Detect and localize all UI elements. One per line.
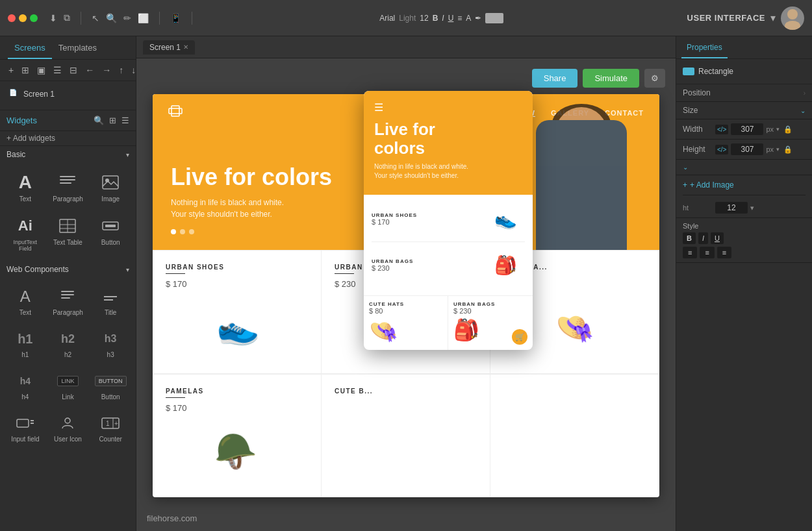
- prop-size-row[interactable]: Size ⌄: [676, 102, 812, 119]
- close-dot[interactable]: [8, 14, 16, 22]
- web-components-section-header[interactable]: Web Components ▾: [0, 261, 136, 278]
- save-icon[interactable]: ⬇: [49, 13, 57, 23]
- height-lock-icon[interactable]: 🔒: [783, 145, 793, 154]
- tab-templates[interactable]: Templates: [52, 36, 103, 59]
- width-label: Width: [683, 125, 715, 134]
- canvas-tab-screen1[interactable]: Screen 1 ✕: [143, 40, 195, 55]
- text-color-button[interactable]: A: [466, 14, 471, 23]
- widget-text-table[interactable]: Text Table: [48, 210, 88, 257]
- color-swatch[interactable]: [485, 13, 503, 23]
- add-screen-icon[interactable]: +: [6, 64, 16, 77]
- move-right-icon[interactable]: →: [100, 64, 113, 77]
- main-layout: Screens Templates + ⊞ ▣ ☰ ⊟ ← → ↑ ↓ 📄 Sc…: [0, 36, 812, 531]
- bold-style-button[interactable]: B: [683, 232, 696, 244]
- share-button[interactable]: Share: [532, 69, 578, 88]
- align-button[interactable]: ≡: [457, 14, 462, 23]
- height-input-group: </> px ▾ 🔒: [715, 143, 806, 155]
- pen-icon[interactable]: ✏: [123, 13, 131, 23]
- fp-basket-button[interactable]: 🛒: [512, 329, 527, 345]
- copy-icon[interactable]: ⧉: [64, 12, 70, 23]
- wc-title[interactable]: Title: [90, 282, 131, 321]
- size-chevron-icon: ⌄: [800, 107, 806, 114]
- basic-section-header[interactable]: Basic ▾: [0, 146, 136, 163]
- wc-user-icon[interactable]: User Icon: [48, 408, 88, 448]
- search-widget-icon[interactable]: 🔍: [94, 116, 104, 125]
- input-text-widget-label: InputText Field: [8, 239, 43, 252]
- underline-button[interactable]: U: [448, 14, 454, 23]
- dot-3[interactable]: [189, 229, 194, 234]
- paragraph-widget-icon: [58, 172, 77, 193]
- folder-icon[interactable]: ⊞: [19, 64, 31, 77]
- prop-position-row[interactable]: Position ›: [676, 84, 812, 102]
- font-size-right-input[interactable]: [715, 202, 748, 214]
- align-center-button[interactable]: ≡: [700, 247, 714, 258]
- wc-h1[interactable]: h1 h1: [5, 324, 45, 364]
- right-panel: Properties Rectangle Position › Size ⌄ W…: [676, 36, 812, 531]
- wc-title-label: Title: [105, 309, 117, 316]
- italic-style-button[interactable]: I: [698, 232, 708, 244]
- maximize-dot[interactable]: [30, 14, 38, 22]
- tab-properties[interactable]: Properties: [681, 36, 728, 58]
- settings-button[interactable]: ⚙: [644, 69, 665, 88]
- add-image-button[interactable]: + + Add Image: [676, 175, 812, 195]
- grid-view-icon[interactable]: ⊟: [68, 64, 79, 77]
- align-right-button[interactable]: ≡: [717, 247, 731, 258]
- move-left-icon[interactable]: ←: [83, 64, 96, 77]
- avatar[interactable]: [781, 6, 804, 30]
- dropdown-icon[interactable]: ▾: [770, 12, 776, 24]
- wc-text[interactable]: A Text: [5, 282, 45, 321]
- svg-rect-12: [105, 225, 116, 227]
- file-icon[interactable]: ▣: [35, 64, 47, 77]
- wc-button[interactable]: BUTTON Button: [90, 366, 131, 406]
- separator3: [192, 12, 192, 25]
- product-category-cute-bags: CUTE B...: [335, 388, 477, 395]
- widget-text[interactable]: A Text: [5, 167, 45, 208]
- pen-tool-button[interactable]: ✒: [475, 14, 481, 23]
- cursor-icon[interactable]: ↖: [92, 13, 99, 23]
- align-left-button[interactable]: ≡: [683, 247, 697, 258]
- fp-bottom-hats-price: $ 80: [369, 307, 442, 315]
- grid-widget-icon[interactable]: ⊞: [109, 116, 116, 125]
- dot-1[interactable]: [171, 229, 176, 234]
- device-icon[interactable]: 📱: [170, 13, 181, 23]
- bold-button[interactable]: B: [433, 14, 438, 23]
- basic-section-title: Basic: [6, 150, 126, 159]
- prop-expand-row[interactable]: ⌄: [676, 160, 812, 175]
- wc-counter[interactable]: 1+ Counter: [90, 408, 131, 448]
- list-view-icon[interactable]: ☰: [51, 64, 64, 77]
- widget-paragraph[interactable]: Paragraph: [48, 167, 88, 208]
- prop-width-row: Width </> px ▾ 🔒: [676, 119, 812, 140]
- zoom-icon[interactable]: 🔍: [106, 13, 117, 23]
- element-color-swatch: [683, 68, 694, 75]
- list-widget-icon[interactable]: ☰: [121, 116, 129, 125]
- left-tabs: Screens Templates: [0, 36, 136, 60]
- wc-paragraph[interactable]: Paragraph: [48, 282, 88, 321]
- width-lock-icon[interactable]: 🔒: [783, 125, 793, 134]
- wc-h3[interactable]: h3 h3: [90, 324, 131, 364]
- widget-button[interactable]: Button: [90, 210, 131, 257]
- add-widgets-button[interactable]: + Add widgets: [0, 131, 136, 146]
- widget-input-text[interactable]: Ai InputText Field: [5, 210, 45, 257]
- width-dropdown-icon[interactable]: ▾: [776, 126, 780, 132]
- wc-paragraph-label: Paragraph: [53, 309, 83, 316]
- italic-button[interactable]: I: [442, 14, 444, 23]
- wc-h4[interactable]: h4 h4: [5, 366, 45, 406]
- wc-link[interactable]: LINK Link: [48, 366, 88, 406]
- tab-screens[interactable]: Screens: [8, 36, 52, 59]
- screen-item[interactable]: 📄 Screen 1: [5, 86, 131, 102]
- fp-prod-info-shoes: URBAN SHOES $ 170: [372, 212, 481, 226]
- simulate-button[interactable]: Simulate: [583, 69, 639, 88]
- wc-input-field[interactable]: Input field: [5, 408, 45, 448]
- wc-h2[interactable]: h2 h2: [48, 324, 88, 364]
- move-up-icon[interactable]: ↑: [117, 64, 125, 77]
- width-input[interactable]: [731, 123, 763, 135]
- underline-style-button[interactable]: U: [711, 232, 724, 244]
- widget-image[interactable]: Image: [90, 167, 131, 208]
- minimize-dot[interactable]: [19, 14, 27, 22]
- height-dropdown-icon[interactable]: ▾: [776, 146, 780, 153]
- dot-2[interactable]: [180, 229, 185, 234]
- canvas-tab-close[interactable]: ✕: [183, 43, 188, 51]
- toolbar: ⬇ ⧉ ↖ 🔍 ✏ ⬜ 📱 Arial Light 12 B I U ≡ A ✒…: [0, 0, 812, 36]
- shape-icon[interactable]: ⬜: [138, 13, 149, 23]
- height-input[interactable]: [731, 143, 763, 155]
